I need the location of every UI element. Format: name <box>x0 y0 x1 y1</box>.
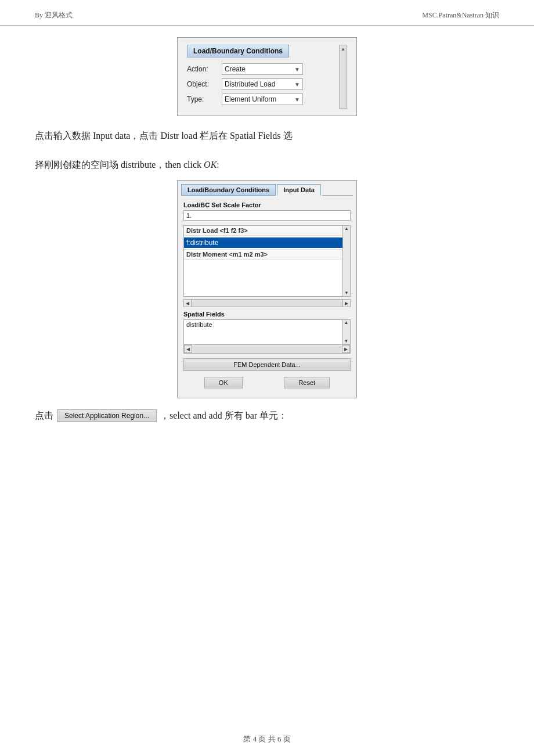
tab-input-data[interactable]: Input Data <box>277 184 321 196</box>
spatial-list-item[interactable]: distribute <box>186 321 340 328</box>
panel1-title: Load/Boundary Conditions <box>187 45 289 57</box>
scrollbar-up-arrow: ▲ <box>341 45 345 53</box>
action-dropdown-arrow: ▼ <box>294 66 300 73</box>
type-select[interactable]: Element Uniform ▼ <box>222 93 303 105</box>
horiz-scroll-left-arrow: ◀ <box>183 299 192 307</box>
ok-italic-text: OK <box>204 160 217 170</box>
scroll-down: ▼ <box>344 291 349 296</box>
action-select[interactable]: Create ▼ <box>222 63 303 75</box>
header-right: MSC.Patran&Nastran 知识 <box>422 10 499 20</box>
scroll-up: ▲ <box>344 226 349 231</box>
spatial-horiz-right: ▶ <box>342 345 350 353</box>
distr-scrollbar-right: ▲ ▼ <box>342 225 351 297</box>
panel1-scrollbar: ▲ <box>339 45 347 109</box>
reset-button[interactable]: Reset <box>284 377 330 388</box>
spatial-fields-label: Spatial Fields <box>183 311 351 318</box>
page-header: By 迎风格式 MSC.Patran&Nastran 知识 <box>0 0 534 26</box>
paragraph-1b: 择刚刚创建的空间场 distribute，then click OK: <box>35 156 499 174</box>
tab-bar: Load/Boundary Conditions Input Data <box>178 181 356 196</box>
ok-button[interactable]: OK <box>204 377 243 388</box>
scale-factor-input[interactable]: 1. <box>183 210 351 221</box>
header-left: By 迎风格式 <box>35 10 73 20</box>
type-dropdown-arrow: ▼ <box>294 96 300 103</box>
footer-text: 第 4 页 共 6 页 <box>243 735 290 743</box>
distr-load-value[interactable]: f:distribute <box>184 237 342 248</box>
spatial-scroll-up: ▲ <box>344 321 349 325</box>
action-text-before: 点击 <box>35 406 53 425</box>
spatial-horiz-left: ◀ <box>184 345 192 353</box>
spatial-scrollbar: ▲ ▼ <box>342 320 350 344</box>
distr-moment-label: Distr Moment <m1 m2 m3> <box>184 249 342 260</box>
ok-reset-row: OK Reset <box>183 377 351 388</box>
horiz-scroll-right-arrow: ▶ <box>342 299 351 307</box>
action-row-select: 点击 Select Application Region... ，select … <box>35 406 499 425</box>
spatial-list-inner: distribute <box>184 320 342 344</box>
panel-load-boundary: Load/Boundary Conditions Action: Create … <box>177 37 357 116</box>
object-label: Object: <box>187 80 222 88</box>
fem-dependent-data-button[interactable]: FEM Dependent Data... <box>183 358 351 371</box>
type-row: Type: Element Uniform ▼ <box>187 93 339 105</box>
panel-body: Load/BC Set Scale Factor 1. Distr Load <… <box>178 196 356 398</box>
object-dropdown-arrow: ▼ <box>294 81 300 88</box>
spatial-horiz-scroll: ◀ ▶ <box>183 345 351 354</box>
spatial-fields-list: distribute ▲ ▼ <box>183 319 351 345</box>
action-text-after: ，select and add 所有 bar 单元： <box>160 406 287 425</box>
scale-factor-label: Load/BC Set Scale Factor <box>183 201 351 208</box>
horiz-scrollbar: ◀ ▶ <box>183 299 351 307</box>
panel-input-data: Load/Boundary Conditions Input Data Load… <box>177 180 357 398</box>
spatial-horiz-track <box>192 345 342 353</box>
type-label: Type: <box>187 95 222 103</box>
action-label: Action: <box>187 65 222 73</box>
spatial-scroll-down: ▼ <box>344 339 349 344</box>
object-select[interactable]: Distributed Load ▼ <box>222 78 303 90</box>
spatial-fields-section: Spatial Fields distribute ▲ ▼ ◀ ▶ <box>183 311 351 354</box>
distr-load-label: Distr Load <f1 f2 f3> <box>184 226 342 236</box>
horiz-scroll-track <box>192 299 342 307</box>
page-content: Load/Boundary Conditions Action: Create … <box>0 26 534 445</box>
distr-moment-value[interactable] <box>184 261 342 296</box>
object-row: Object: Distributed Load ▼ <box>187 78 339 90</box>
paragraph-1: 点击输入数据 Input data，点击 Distr load 栏后在 Spat… <box>35 127 499 145</box>
select-application-region-button[interactable]: Select Application Region... <box>57 409 157 422</box>
action-row: Action: Create ▼ <box>187 63 339 75</box>
page-footer: 第 4 页 共 6 页 <box>0 734 534 744</box>
tab-load-boundary[interactable]: Load/Boundary Conditions <box>181 184 276 196</box>
